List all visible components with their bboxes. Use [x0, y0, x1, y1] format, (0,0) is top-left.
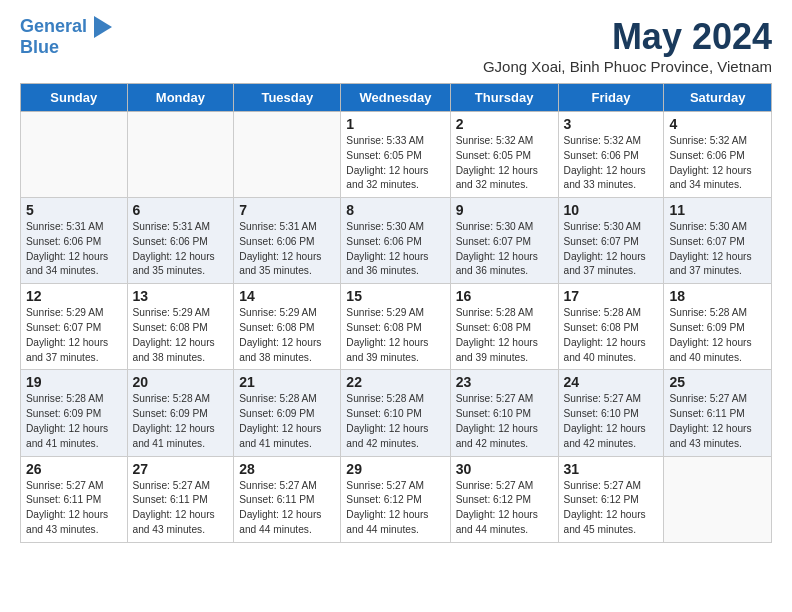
- day-info: Sunrise: 5:32 AM Sunset: 6:05 PM Dayligh…: [456, 134, 553, 193]
- calendar-cell: 6Sunrise: 5:31 AM Sunset: 6:06 PM Daylig…: [127, 198, 234, 284]
- calendar-cell: [127, 112, 234, 198]
- day-info: Sunrise: 5:32 AM Sunset: 6:06 PM Dayligh…: [669, 134, 766, 193]
- day-number: 30: [456, 461, 553, 477]
- day-number: 12: [26, 288, 122, 304]
- day-number: 18: [669, 288, 766, 304]
- calendar-cell: 1Sunrise: 5:33 AM Sunset: 6:05 PM Daylig…: [341, 112, 450, 198]
- day-info: Sunrise: 5:28 AM Sunset: 6:08 PM Dayligh…: [564, 306, 659, 365]
- main-title: May 2024: [483, 16, 772, 58]
- day-info: Sunrise: 5:31 AM Sunset: 6:06 PM Dayligh…: [239, 220, 335, 279]
- day-info: Sunrise: 5:31 AM Sunset: 6:06 PM Dayligh…: [133, 220, 229, 279]
- calendar-cell: 16Sunrise: 5:28 AM Sunset: 6:08 PM Dayli…: [450, 284, 558, 370]
- calendar-cell: 29Sunrise: 5:27 AM Sunset: 6:12 PM Dayli…: [341, 456, 450, 542]
- calendar-week-4: 19Sunrise: 5:28 AM Sunset: 6:09 PM Dayli…: [21, 370, 772, 456]
- calendar-cell: 18Sunrise: 5:28 AM Sunset: 6:09 PM Dayli…: [664, 284, 772, 370]
- day-number: 20: [133, 374, 229, 390]
- logo-text: General: [20, 16, 112, 38]
- calendar-cell: 24Sunrise: 5:27 AM Sunset: 6:10 PM Dayli…: [558, 370, 664, 456]
- day-number: 5: [26, 202, 122, 218]
- calendar-cell: 27Sunrise: 5:27 AM Sunset: 6:11 PM Dayli…: [127, 456, 234, 542]
- day-info: Sunrise: 5:27 AM Sunset: 6:11 PM Dayligh…: [669, 392, 766, 451]
- calendar-week-3: 12Sunrise: 5:29 AM Sunset: 6:07 PM Dayli…: [21, 284, 772, 370]
- header: General Blue May 2024 GJong Xoai, Binh P…: [20, 16, 772, 75]
- day-info: Sunrise: 5:27 AM Sunset: 6:11 PM Dayligh…: [26, 479, 122, 538]
- day-number: 1: [346, 116, 444, 132]
- day-info: Sunrise: 5:27 AM Sunset: 6:10 PM Dayligh…: [564, 392, 659, 451]
- day-header-sunday: Sunday: [21, 84, 128, 112]
- day-info: Sunrise: 5:29 AM Sunset: 6:08 PM Dayligh…: [346, 306, 444, 365]
- day-info: Sunrise: 5:29 AM Sunset: 6:07 PM Dayligh…: [26, 306, 122, 365]
- day-info: Sunrise: 5:33 AM Sunset: 6:05 PM Dayligh…: [346, 134, 444, 193]
- calendar-week-5: 26Sunrise: 5:27 AM Sunset: 6:11 PM Dayli…: [21, 456, 772, 542]
- calendar-week-2: 5Sunrise: 5:31 AM Sunset: 6:06 PM Daylig…: [21, 198, 772, 284]
- day-header-wednesday: Wednesday: [341, 84, 450, 112]
- calendar-cell: 26Sunrise: 5:27 AM Sunset: 6:11 PM Dayli…: [21, 456, 128, 542]
- day-number: 24: [564, 374, 659, 390]
- day-number: 14: [239, 288, 335, 304]
- svg-marker-0: [94, 16, 112, 38]
- day-number: 26: [26, 461, 122, 477]
- page: General Blue May 2024 GJong Xoai, Binh P…: [0, 0, 792, 559]
- calendar-cell: 2Sunrise: 5:32 AM Sunset: 6:05 PM Daylig…: [450, 112, 558, 198]
- calendar-cell: 3Sunrise: 5:32 AM Sunset: 6:06 PM Daylig…: [558, 112, 664, 198]
- day-info: Sunrise: 5:28 AM Sunset: 6:09 PM Dayligh…: [133, 392, 229, 451]
- day-number: 21: [239, 374, 335, 390]
- calendar-cell: 9Sunrise: 5:30 AM Sunset: 6:07 PM Daylig…: [450, 198, 558, 284]
- day-info: Sunrise: 5:29 AM Sunset: 6:08 PM Dayligh…: [239, 306, 335, 365]
- day-header-tuesday: Tuesday: [234, 84, 341, 112]
- calendar-cell: 21Sunrise: 5:28 AM Sunset: 6:09 PM Dayli…: [234, 370, 341, 456]
- day-number: 16: [456, 288, 553, 304]
- calendar-cell: 19Sunrise: 5:28 AM Sunset: 6:09 PM Dayli…: [21, 370, 128, 456]
- calendar-cell: 25Sunrise: 5:27 AM Sunset: 6:11 PM Dayli…: [664, 370, 772, 456]
- day-number: 7: [239, 202, 335, 218]
- day-header-friday: Friday: [558, 84, 664, 112]
- calendar-cell: 15Sunrise: 5:29 AM Sunset: 6:08 PM Dayli…: [341, 284, 450, 370]
- calendar-cell: 30Sunrise: 5:27 AM Sunset: 6:12 PM Dayli…: [450, 456, 558, 542]
- day-info: Sunrise: 5:27 AM Sunset: 6:12 PM Dayligh…: [346, 479, 444, 538]
- calendar-cell: 5Sunrise: 5:31 AM Sunset: 6:06 PM Daylig…: [21, 198, 128, 284]
- calendar: SundayMondayTuesdayWednesdayThursdayFrid…: [20, 83, 772, 543]
- day-number: 29: [346, 461, 444, 477]
- calendar-cell: 23Sunrise: 5:27 AM Sunset: 6:10 PM Dayli…: [450, 370, 558, 456]
- day-info: Sunrise: 5:27 AM Sunset: 6:12 PM Dayligh…: [456, 479, 553, 538]
- subtitle: GJong Xoai, Binh Phuoc Province, Vietnam: [483, 58, 772, 75]
- calendar-cell: 14Sunrise: 5:29 AM Sunset: 6:08 PM Dayli…: [234, 284, 341, 370]
- day-number: 17: [564, 288, 659, 304]
- day-number: 11: [669, 202, 766, 218]
- calendar-cell: 31Sunrise: 5:27 AM Sunset: 6:12 PM Dayli…: [558, 456, 664, 542]
- calendar-cell: 10Sunrise: 5:30 AM Sunset: 6:07 PM Dayli…: [558, 198, 664, 284]
- day-number: 9: [456, 202, 553, 218]
- day-info: Sunrise: 5:30 AM Sunset: 6:06 PM Dayligh…: [346, 220, 444, 279]
- day-info: Sunrise: 5:27 AM Sunset: 6:11 PM Dayligh…: [133, 479, 229, 538]
- day-number: 31: [564, 461, 659, 477]
- title-block: May 2024 GJong Xoai, Binh Phuoc Province…: [483, 16, 772, 75]
- day-number: 19: [26, 374, 122, 390]
- day-number: 13: [133, 288, 229, 304]
- day-info: Sunrise: 5:28 AM Sunset: 6:09 PM Dayligh…: [669, 306, 766, 365]
- day-number: 10: [564, 202, 659, 218]
- calendar-cell: 20Sunrise: 5:28 AM Sunset: 6:09 PM Dayli…: [127, 370, 234, 456]
- day-number: 4: [669, 116, 766, 132]
- day-info: Sunrise: 5:28 AM Sunset: 6:10 PM Dayligh…: [346, 392, 444, 451]
- day-number: 25: [669, 374, 766, 390]
- day-number: 15: [346, 288, 444, 304]
- day-info: Sunrise: 5:27 AM Sunset: 6:12 PM Dayligh…: [564, 479, 659, 538]
- day-info: Sunrise: 5:28 AM Sunset: 6:09 PM Dayligh…: [239, 392, 335, 451]
- calendar-cell: 4Sunrise: 5:32 AM Sunset: 6:06 PM Daylig…: [664, 112, 772, 198]
- day-info: Sunrise: 5:32 AM Sunset: 6:06 PM Dayligh…: [564, 134, 659, 193]
- logo-blue: Blue: [20, 38, 112, 58]
- day-info: Sunrise: 5:27 AM Sunset: 6:10 PM Dayligh…: [456, 392, 553, 451]
- day-number: 6: [133, 202, 229, 218]
- day-header-monday: Monday: [127, 84, 234, 112]
- calendar-cell: [664, 456, 772, 542]
- logo: General Blue: [20, 16, 112, 58]
- calendar-cell: 7Sunrise: 5:31 AM Sunset: 6:06 PM Daylig…: [234, 198, 341, 284]
- calendar-cell: 8Sunrise: 5:30 AM Sunset: 6:06 PM Daylig…: [341, 198, 450, 284]
- calendar-cell: 22Sunrise: 5:28 AM Sunset: 6:10 PM Dayli…: [341, 370, 450, 456]
- day-info: Sunrise: 5:28 AM Sunset: 6:09 PM Dayligh…: [26, 392, 122, 451]
- day-info: Sunrise: 5:29 AM Sunset: 6:08 PM Dayligh…: [133, 306, 229, 365]
- calendar-week-1: 1Sunrise: 5:33 AM Sunset: 6:05 PM Daylig…: [21, 112, 772, 198]
- day-info: Sunrise: 5:28 AM Sunset: 6:08 PM Dayligh…: [456, 306, 553, 365]
- day-info: Sunrise: 5:31 AM Sunset: 6:06 PM Dayligh…: [26, 220, 122, 279]
- day-number: 8: [346, 202, 444, 218]
